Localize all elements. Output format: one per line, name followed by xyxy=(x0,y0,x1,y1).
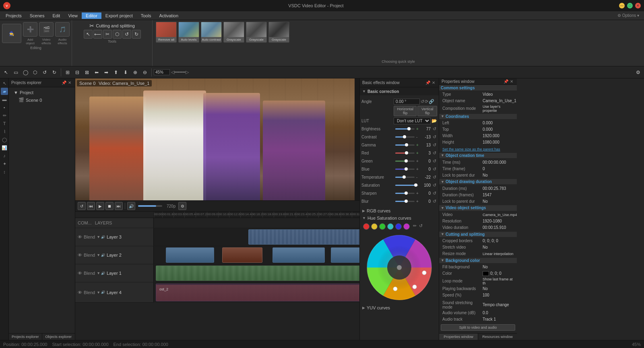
layer-3-clip-1[interactable] xyxy=(248,229,359,245)
hue-saturation-btn[interactable]: ▼ Hue Saturation curves xyxy=(360,214,439,222)
cursor-tool[interactable]: ↖ xyxy=(84,30,93,39)
layer-2-expand[interactable]: ▼ xyxy=(97,253,100,257)
blur-slider[interactable] xyxy=(395,201,415,202)
menu-edit[interactable]: Edit xyxy=(48,12,64,19)
blur-thumb[interactable] xyxy=(405,200,408,203)
brightness-reset[interactable]: ↺ xyxy=(431,126,437,132)
fill2-tool-btn[interactable]: ▬ xyxy=(1,96,8,103)
chart-tool-btn[interactable]: 📊 xyxy=(1,144,8,151)
angle-reset-icon[interactable]: ↺ xyxy=(421,99,424,104)
layer-4-expand[interactable]: ▼ xyxy=(97,290,100,294)
cut-tool[interactable]: ✂ xyxy=(103,30,112,39)
text-tool-btn[interactable]: T xyxy=(1,120,8,127)
sharpen-slider[interactable] xyxy=(395,193,415,194)
green-thumb[interactable] xyxy=(405,159,408,163)
fill3-tool-btn[interactable]: ▪ xyxy=(1,104,8,111)
swatch-blue[interactable] xyxy=(395,223,402,230)
select-all-btn[interactable]: ⊞ xyxy=(63,68,72,77)
menu-editor[interactable]: Editor xyxy=(82,12,101,19)
draw-rect-btn[interactable]: ▭ xyxy=(11,68,20,77)
object-drawing-header[interactable]: ▼ Object drawing duration xyxy=(439,179,517,184)
move-tool[interactable]: ⟵ xyxy=(93,30,102,39)
gamma-thumb[interactable] xyxy=(405,143,408,146)
yuv-curves-btn[interactable]: ▶ YUV curves xyxy=(360,304,439,311)
menu-view[interactable]: View xyxy=(64,12,82,19)
redo-tool[interactable]: ↻ xyxy=(132,30,141,39)
temperature-reset[interactable]: ↺ xyxy=(431,174,437,180)
pen-tool-btn[interactable]: ✏ xyxy=(1,112,8,119)
basic-correction-section-header[interactable]: ▼ Basic correction xyxy=(360,87,439,95)
menu-scenes[interactable]: Scenes xyxy=(26,12,49,19)
layer-3-visibility[interactable]: 👁 xyxy=(78,235,82,239)
ungroup-btn[interactable]: ⊠ xyxy=(83,68,91,77)
arrow-tool-btn[interactable]: ↕ xyxy=(1,168,8,175)
fill-tool-btn[interactable]: ▰ xyxy=(1,88,8,95)
swatch-red[interactable] xyxy=(363,223,369,230)
undo-btn[interactable]: ↺ xyxy=(40,68,49,77)
basic-effects-pin[interactable]: 📌 xyxy=(425,80,431,86)
audio-effects-button[interactable]: 🎵 xyxy=(55,22,70,37)
red-thumb[interactable] xyxy=(405,151,408,154)
set-same-size-btn[interactable]: Set the same size as the parent has xyxy=(442,147,500,151)
layer-4-visibility[interactable]: 👁 xyxy=(78,290,82,295)
sharpen-thumb[interactable] xyxy=(405,192,408,195)
properties-pin[interactable]: 📌 xyxy=(503,79,509,84)
add-object-button[interactable]: ➕ xyxy=(23,22,37,37)
layer-2-clip-3[interactable] xyxy=(272,247,325,263)
gamma-reset[interactable]: ↺ xyxy=(431,142,437,148)
layer-1-clip-main[interactable] xyxy=(156,266,359,281)
split-video-audio-btn[interactable]: Split to video and audio xyxy=(441,324,515,331)
contrast-thumb[interactable] xyxy=(403,135,406,138)
layer-1-expand[interactable]: ▼ xyxy=(97,271,100,275)
project-node[interactable]: ▼ Project xyxy=(10,89,73,96)
scene-node[interactable]: 🎬 Scene 0 xyxy=(10,96,73,104)
blue-slider[interactable] xyxy=(395,169,415,170)
resources-window-tab[interactable]: Resources window xyxy=(478,334,517,340)
volume-slider[interactable] xyxy=(138,205,162,207)
objects-tab[interactable]: Objects explorer xyxy=(42,334,75,340)
properties-close[interactable]: ✕ xyxy=(509,79,514,84)
blue-reset[interactable]: ↺ xyxy=(431,166,437,172)
tc-audio-btn[interactable]: 🔊 xyxy=(127,202,135,210)
align-up-btn[interactable]: ⬆ xyxy=(111,68,120,77)
lut-browse-icon[interactable]: 📂 xyxy=(431,118,437,124)
ellipse-tool-btn[interactable]: ◯ xyxy=(1,136,8,143)
projects-pin-btn[interactable]: 📌 xyxy=(61,80,67,86)
cursor-tool-btn[interactable]: ↖ xyxy=(1,80,8,87)
layer-1-track[interactable] xyxy=(154,264,359,282)
brightness-slider[interactable] xyxy=(395,128,415,130)
swatch-cyan[interactable] xyxy=(387,223,394,230)
contrast-slider[interactable] xyxy=(395,136,415,138)
angle-sync-icon[interactable]: ⟳ xyxy=(425,99,428,104)
redo-btn[interactable]: ↻ xyxy=(50,68,59,77)
layer-2-clip-1[interactable] xyxy=(166,247,214,263)
coordinates-header[interactable]: ▼ Coordinates xyxy=(439,114,517,119)
layer-3-track[interactable] xyxy=(154,228,359,246)
video-settings-header[interactable]: ▼ Video object settings xyxy=(439,205,517,210)
draw-polygon-btn[interactable]: ⬡ xyxy=(31,68,39,77)
brightness-thumb[interactable] xyxy=(407,127,411,130)
shrink-btn[interactable]: ⊖ xyxy=(140,68,149,77)
style-grayscale-1[interactable]: Grayscale xyxy=(223,22,244,43)
basic-effects-close[interactable]: ✕ xyxy=(431,80,436,86)
minimize-button[interactable]: — xyxy=(619,3,625,8)
saturation-slider[interactable] xyxy=(395,185,415,186)
object-creation-header[interactable]: ▼ Object creation time xyxy=(439,153,517,158)
tc-settings-btn[interactable]: ⚙ xyxy=(178,202,186,210)
temperature-thumb[interactable] xyxy=(402,175,406,179)
bezier-tool-btn[interactable]: ⌇ xyxy=(1,128,8,135)
split-tool[interactable]: ⬡ xyxy=(113,30,122,39)
blue-thumb[interactable] xyxy=(405,167,408,171)
vertical-flip-btn[interactable]: Vertical flip xyxy=(417,106,437,116)
saturation-reset[interactable]: ↺ xyxy=(431,182,437,188)
layer-2-visibility[interactable]: 👁 xyxy=(78,253,82,257)
tc-prev-btn[interactable]: ⏮ xyxy=(87,202,95,210)
style-remove-all[interactable]: Remove all xyxy=(156,22,177,43)
red-reset[interactable]: ↺ xyxy=(431,150,437,156)
style-grayscale-3[interactable]: Grayscale xyxy=(268,22,289,43)
tc-play-btn[interactable]: ▶ xyxy=(96,202,104,210)
video-effects-button[interactable]: 🎬 xyxy=(39,22,54,37)
green-reset[interactable]: ↺ xyxy=(431,158,437,164)
maximize-button[interactable]: □ xyxy=(627,3,633,8)
draw-ellipse-btn[interactable]: ◯ xyxy=(21,68,30,77)
